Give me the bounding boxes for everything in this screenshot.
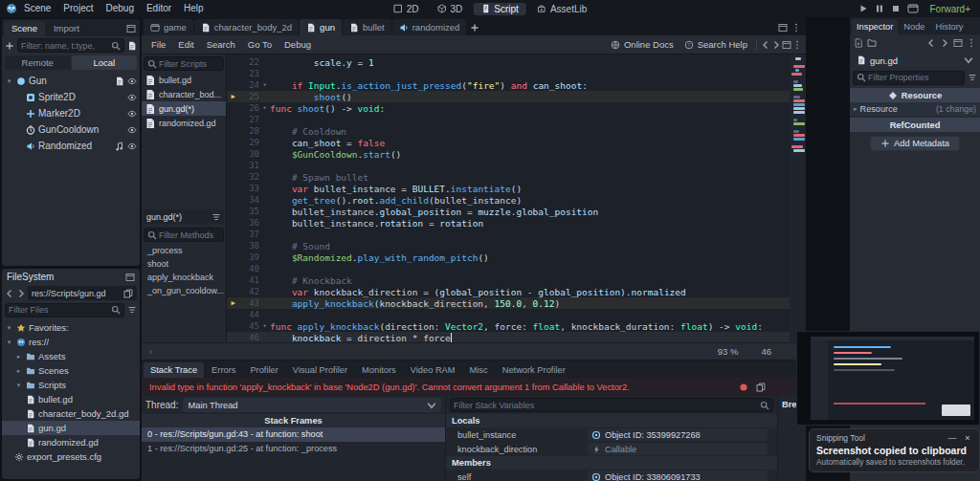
scene-tab-game[interactable]: game <box>144 19 193 35</box>
scene-tab-bullet[interactable]: bullet <box>343 19 391 35</box>
category-refcounted[interactable]: RefCounted <box>850 118 980 132</box>
script-item-gun[interactable]: gun.gd(*) <box>142 101 226 116</box>
filter-methods-field[interactable] <box>159 230 220 240</box>
menu-help[interactable]: Help <box>178 0 210 17</box>
fold-caret-icon[interactable]: ▾ <box>259 104 270 112</box>
script-icon[interactable] <box>115 77 124 86</box>
zoom-level[interactable]: 93 % <box>718 346 739 357</box>
method-item[interactable]: apply_knockback <box>142 271 226 284</box>
scene-filter-input[interactable] <box>17 38 124 53</box>
code-minimap[interactable] <box>790 55 806 342</box>
filter-scripts-input[interactable] <box>144 56 224 71</box>
code-line[interactable]: 27 <box>227 114 790 125</box>
code-line[interactable]: ▶43 apply_knockback(knockback_direction,… <box>227 297 790 309</box>
code-text[interactable]: knockback = direction * force <box>270 333 790 343</box>
tab-network-profiler[interactable]: Network Profiler <box>496 362 572 378</box>
visibility-icon[interactable] <box>127 125 137 135</box>
filter-properties-field[interactable] <box>868 73 961 82</box>
fs-item-export-presets[interactable]: export_presets.cfg <box>2 449 140 464</box>
menu-debug[interactable]: Debug <box>278 39 317 50</box>
debugger-error-row[interactable]: Invalid type in function 'apply_knockbac… <box>142 378 806 396</box>
code-line[interactable]: 32 # Spawn bullet <box>227 171 790 183</box>
thread-dropdown[interactable]: Main Thread <box>183 398 441 412</box>
fs-item-bullet-gd[interactable]: bullet.gd <box>2 392 140 406</box>
category-resource[interactable]: Resource <box>850 88 980 102</box>
code-line[interactable]: 31 <box>227 160 790 171</box>
screenshot-preview-window[interactable] <box>796 331 980 426</box>
code-text[interactable]: scale.y = 1 <box>270 57 790 68</box>
movie-maker-icon[interactable] <box>907 3 919 14</box>
menu-project[interactable]: Project <box>57 0 99 17</box>
h-scrollbar[interactable]: ‹ <box>147 346 152 357</box>
stack-frame-0[interactable]: 0 - res://Scripts/gun.gd:43 - at functio… <box>142 427 445 442</box>
code-text[interactable]: # Knockback <box>270 275 790 286</box>
code-line[interactable]: 36 bullet_instance.rotation = rotation <box>227 217 790 229</box>
tab-misc[interactable]: Misc <box>463 362 495 378</box>
code-line[interactable]: 26▾func shoot() -> void: <box>227 102 790 114</box>
tab-errors[interactable]: Errors <box>205 362 242 378</box>
float-panel-icon[interactable] <box>953 38 963 48</box>
workspace-2d-button[interactable]: 2D <box>386 3 427 15</box>
float-panel-icon[interactable] <box>782 40 791 50</box>
locals-section-header[interactable]: Locals <box>446 414 777 427</box>
snipping-toast[interactable]: Snipping Tool — × Screenshot copied to c… <box>809 428 980 472</box>
stack-frame-1[interactable]: 1 - res://Scripts/gun.gd:25 - at functio… <box>142 442 445 456</box>
attach-script-icon[interactable] <box>127 41 137 51</box>
tab-monitors[interactable]: Monitors <box>355 362 403 378</box>
property-sort-icon[interactable] <box>968 73 977 82</box>
workspace-assetlib-button[interactable]: AssetLib <box>529 3 594 15</box>
code-text[interactable]: bullet_instance.global_position = muzzle… <box>270 207 790 217</box>
code-line[interactable]: 33 var bullet_instance = BULLET.instanti… <box>227 183 790 194</box>
fold-caret-icon[interactable]: ▾ <box>259 81 270 89</box>
code-line[interactable]: 30 $GunCooldown.start() <box>227 148 790 160</box>
renderer-dropdown[interactable]: Forward+ <box>925 4 970 14</box>
code-lines[interactable]: 22 scale.y = 12324▾ if Input.is_action_j… <box>227 55 790 342</box>
tab-profiler[interactable]: Profiler <box>243 362 284 378</box>
copy-path-icon[interactable] <box>123 289 133 298</box>
code-text[interactable]: if Input.is_action_just_pressed("fire") … <box>270 80 790 91</box>
pause-icon[interactable] <box>875 4 884 13</box>
code-text[interactable]: # Sound <box>270 241 790 251</box>
scene-tab-gun[interactable]: gun <box>300 19 342 35</box>
code-line[interactable]: 37 <box>227 229 790 240</box>
fs-item-assets[interactable]: ▸ Assets <box>2 349 140 363</box>
members-section-header[interactable]: Members <box>446 456 777 470</box>
tab-history[interactable]: History <box>930 19 968 34</box>
history-back-icon[interactable] <box>926 38 936 48</box>
menu-file[interactable]: File <box>145 39 171 50</box>
code-line[interactable]: 39 $Randomized.play_with_random_pitch() <box>227 251 790 263</box>
code-editor[interactable]: 22 scale.y = 12324▾ if Input.is_action_j… <box>227 55 806 342</box>
tab-video-ram[interactable]: Video RAM <box>404 362 462 378</box>
expand-tab-icon[interactable] <box>778 23 788 33</box>
code-text[interactable]: var bullet_instance = BULLET.instantiate… <box>270 184 790 194</box>
toast-close-button[interactable]: × <box>963 433 972 443</box>
code-line[interactable]: 46 knockback = direction * force <box>227 332 790 342</box>
visibility-icon[interactable] <box>127 109 137 119</box>
variable-value[interactable]: Object ID: 33806091733 <box>588 470 768 481</box>
code-text[interactable]: bullet_instance.rotation = rotation <box>270 218 790 229</box>
scene-tab-character-body-2d[interactable]: character_body_2d <box>194 19 299 35</box>
fs-item-res[interactable]: ▾ res:// <box>2 335 140 349</box>
code-text[interactable]: can_shoot = false <box>270 138 790 148</box>
scene-node-sprite2d[interactable]: Sprite2D <box>2 89 140 105</box>
menu-editor[interactable]: Editor <box>141 0 177 17</box>
code-text[interactable]: apply_knockback(knockback_direction, 150… <box>270 298 790 309</box>
dock-options-icon[interactable] <box>125 273 135 282</box>
collapse-caret[interactable]: ▸ <box>14 353 23 361</box>
script-forward-icon[interactable] <box>771 40 781 50</box>
play-icon[interactable] <box>858 4 868 13</box>
sort-files-icon[interactable] <box>127 305 137 315</box>
tab-node[interactable]: Node <box>899 19 929 34</box>
add-node-icon[interactable] <box>5 41 14 51</box>
new-resource-icon[interactable] <box>854 38 863 48</box>
inspected-object-selector[interactable]: gun.gd <box>853 53 977 68</box>
new-tab-button[interactable] <box>467 19 482 35</box>
method-item[interactable]: _on_gun_cooldow... <box>142 284 226 297</box>
tab-import[interactable]: Import <box>46 21 87 36</box>
current-path[interactable]: res://Scripts/gun.gd <box>28 286 137 300</box>
menu-debug[interactable]: Debug <box>100 0 139 17</box>
code-line[interactable]: 29 can_shoot = false <box>227 137 790 148</box>
collapse-caret[interactable]: ▸ <box>14 367 23 375</box>
code-line[interactable]: 44 <box>227 309 790 320</box>
fs-item-scenes[interactable]: ▸ Scenes <box>2 363 140 378</box>
